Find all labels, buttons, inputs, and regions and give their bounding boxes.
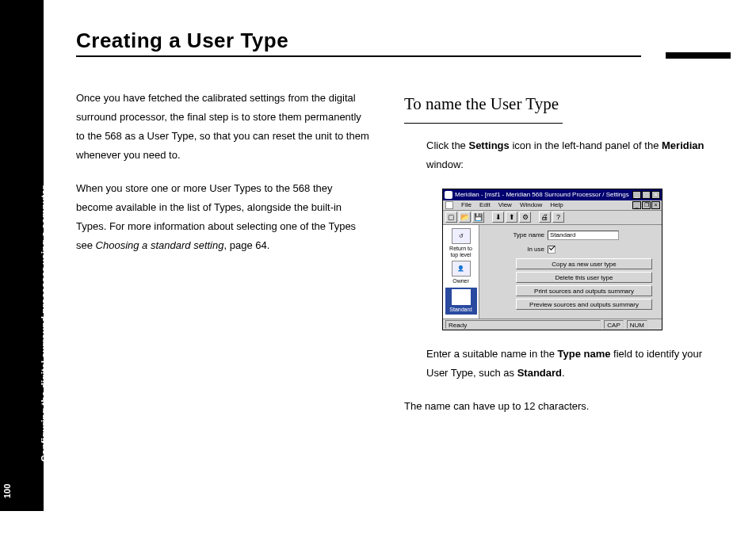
mdi-doc-icon[interactable]	[445, 201, 453, 209]
left-black-margin	[0, 0, 44, 487]
app-logo-icon	[445, 191, 452, 199]
page-number: 100	[2, 484, 12, 498]
instruction-click-settings: Click the Settings icon in the left-hand…	[426, 136, 721, 174]
click-prefix: Click the	[426, 139, 468, 151]
toolbar-help-icon[interactable]: ?	[552, 212, 564, 223]
enter-typename-bold: Type name	[558, 348, 611, 360]
mdi-restore-button[interactable]: ❐	[642, 201, 651, 209]
close-button[interactable]: ×	[651, 191, 660, 199]
mdi-close-button[interactable]: ×	[651, 201, 660, 209]
copy-user-type-button[interactable]: Copy as new user type	[516, 258, 652, 269]
click-mid: icon in the left-hand panel of the	[510, 139, 662, 151]
enter-prefix: Enter a suitable name in the	[426, 348, 558, 360]
delete-user-type-button[interactable]: Delete this user type	[516, 272, 652, 283]
side-standard-label: Standard	[449, 307, 472, 312]
side-panel: ↺ Return to top level 👤 Owner ⚙ Standard	[443, 225, 479, 318]
status-num: NUM	[627, 320, 647, 329]
enter-standard-bold: Standard	[517, 367, 562, 379]
in-use-label: In use	[500, 244, 544, 256]
in-use-checkbox[interactable]	[548, 246, 556, 254]
meridian-window: Meridian - [msf1 - Meridian 568 Surround…	[442, 189, 662, 330]
right-column: To name the User Type Click the Settings…	[404, 89, 721, 430]
settings-gear-icon: ⚙	[452, 289, 471, 305]
subheading: To name the User Type	[404, 89, 721, 120]
in-use-row: In use	[500, 244, 655, 256]
toolbar-print-icon[interactable]: 🖨	[539, 212, 551, 223]
para2-suffix: , page 64.	[223, 239, 269, 251]
mdi-minimize-button[interactable]: _	[632, 201, 641, 209]
intro-paragraph-2: When you store one or more User Types to…	[76, 179, 369, 255]
maximize-button[interactable]: □	[642, 191, 651, 199]
instruction-enter-name: Enter a suitable name in the Type name f…	[426, 345, 721, 383]
toolbar-fetch-icon[interactable]: ⬇	[492, 212, 504, 223]
type-name-input[interactable]: Standard	[548, 231, 619, 240]
toolbar-save-icon[interactable]: 💾	[472, 212, 484, 223]
side-return-top[interactable]: ↺ Return to top level	[445, 228, 477, 257]
owner-icon: 👤	[452, 261, 471, 277]
menu-help[interactable]: Help	[550, 200, 563, 212]
status-cap: CAP	[604, 320, 623, 329]
toolbar: ▢ 📂 💾 ⬇ ⬆ ⚙ 🖨 ?	[443, 211, 662, 225]
side-owner-label: Owner	[452, 278, 469, 284]
main-panel: Type name Standard In use Copy as new us…	[479, 225, 662, 318]
menu-window[interactable]: Window	[520, 200, 542, 212]
side-owner[interactable]: 👤 Owner	[445, 261, 477, 284]
subheading-rule	[404, 123, 563, 124]
preview-summary-button[interactable]: Preview sources and outputs summary	[516, 299, 652, 310]
page-title: Creating a User Type	[76, 29, 288, 53]
heading-tab-marker	[666, 52, 731, 59]
menu-edit[interactable]: Edit	[479, 200, 491, 212]
sidebar-chapter-label: Configuring the digital surround process…	[40, 82, 51, 462]
side-return-label: Return to top level	[449, 246, 472, 257]
name-limit-note: The name can have up to 12 characters.	[404, 397, 721, 416]
type-name-label: Type name	[500, 230, 544, 242]
enter-suffix: .	[562, 367, 565, 379]
para2-italic: Choosing a standard setting	[96, 239, 224, 251]
menu-file[interactable]: File	[461, 200, 472, 212]
click-suffix: window:	[426, 158, 464, 170]
status-bar: Ready CAP NUM	[443, 318, 662, 330]
app-screenshot: Meridian - [msf1 - Meridian 568 Surround…	[442, 189, 721, 330]
resize-grip-icon[interactable]	[651, 320, 659, 329]
heading-underline	[76, 55, 641, 57]
intro-paragraph-1: Once you have fetched the calibrated set…	[76, 89, 369, 165]
menu-view[interactable]: View	[498, 200, 512, 212]
document-page: 100 Configuring the digital surround pro…	[0, 0, 756, 534]
side-standard[interactable]: ⚙ Standard	[445, 288, 477, 315]
type-name-row: Type name Standard	[500, 230, 655, 242]
toolbar-new-icon[interactable]: ▢	[445, 212, 457, 223]
toolbar-store-icon[interactable]: ⬆	[506, 212, 517, 223]
toolbar-settings-icon[interactable]: ⚙	[519, 212, 531, 223]
toolbar-open-icon[interactable]: 📂	[459, 212, 471, 223]
left-column: Once you have fetched the calibrated set…	[76, 89, 369, 269]
print-summary-button[interactable]: Print sources and outputs summary	[516, 285, 652, 296]
click-meridian-bold: Meridian	[662, 139, 704, 151]
client-area: ↺ Return to top level 👤 Owner ⚙ Standard	[443, 225, 662, 318]
minimize-button[interactable]: _	[632, 191, 641, 199]
return-arrow-icon: ↺	[452, 228, 471, 244]
status-ready: Ready	[445, 320, 601, 329]
menu-bar: File Edit View Window Help _ ❐ ×	[443, 200, 662, 211]
click-settings-bold: Settings	[468, 139, 509, 151]
